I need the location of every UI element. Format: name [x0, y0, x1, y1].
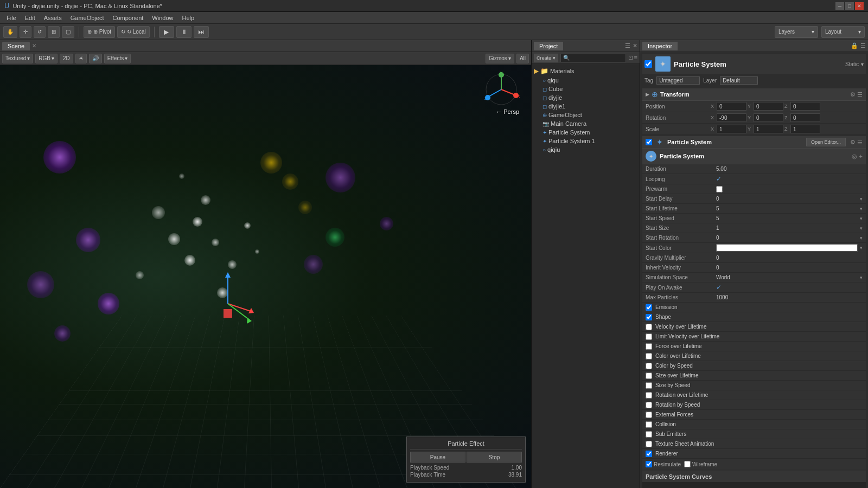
prewarm-check[interactable] [716, 186, 723, 192]
local-button[interactable]: ↻ ↻ Local [117, 26, 150, 38]
project-item-qiqiu[interactable]: ○ qiqiu [534, 145, 637, 154]
transform-header[interactable]: ▶ ⊕ Transform ⚙ ☰ [642, 88, 866, 101]
project-icon-btn[interactable]: ⊡ [628, 54, 633, 61]
scale-y-input[interactable] [754, 125, 783, 133]
play-button[interactable]: ▶ [159, 26, 174, 38]
project-search[interactable] [570, 55, 602, 61]
rot-y-input[interactable] [754, 113, 783, 122]
project-item-main-camera[interactable]: 📷 Main Camera [534, 119, 637, 128]
sub-emitters-label[interactable]: Sub Emitters [655, 431, 686, 437]
gravity-value[interactable]: 0 [716, 255, 863, 261]
start-speed-value[interactable]: 5 [716, 215, 858, 221]
wireframe-check[interactable] [684, 461, 691, 467]
pos-y-input[interactable] [754, 102, 783, 111]
external-forces-check[interactable] [646, 412, 652, 418]
size-speed-label[interactable]: Size by Speed [655, 382, 691, 388]
rotate-tool[interactable]: ↺ [34, 26, 46, 38]
inspector-tab[interactable]: Inspector [642, 42, 678, 50]
limit-velocity-check[interactable] [646, 333, 652, 340]
transform-settings[interactable]: ⚙ [850, 91, 856, 98]
inspector-lock[interactable]: 🔒 [851, 42, 858, 49]
start-lifetime-value[interactable]: 5 [716, 206, 858, 211]
pos-x-input[interactable] [717, 102, 746, 111]
twod-button[interactable]: 2D [60, 54, 73, 63]
velocity-check[interactable] [646, 324, 652, 330]
project-item-diyjie[interactable]: ◻ diyjie [534, 93, 637, 102]
project-folder-materials[interactable]: ▶ 📁 Materials [534, 66, 637, 76]
limit-velocity-label[interactable]: Limit Velocity over Lifetime [655, 333, 719, 339]
shape-label[interactable]: Shape [655, 314, 671, 320]
start-speed-arrow[interactable]: ▾ [860, 216, 863, 221]
menu-component[interactable]: Component [108, 14, 148, 22]
effects-dropdown[interactable]: Effects ▾ [104, 54, 131, 63]
project-panel-close[interactable]: ✕ [633, 42, 637, 49]
pause-button[interactable]: Pause [410, 452, 465, 463]
rotation-lifetime-label[interactable]: Rotation over Lifetime [655, 392, 708, 398]
pause-button[interactable]: ⏸ [176, 26, 192, 38]
start-lifetime-arrow[interactable]: ▾ [860, 206, 863, 211]
project-item-gameobject[interactable]: ⊕ GameObject [534, 111, 637, 119]
ps-menu[interactable]: ☰ [857, 139, 863, 146]
scale-x-input[interactable] [717, 125, 746, 133]
rot-z-input[interactable] [790, 113, 820, 122]
ps-collapse[interactable]: ◎ [852, 153, 857, 160]
gizmos-dropdown[interactable]: Gizmos ▾ [486, 54, 514, 63]
project-item-cube[interactable]: ◻ Cube [534, 85, 637, 93]
sound-toggle[interactable]: 🔊 [89, 54, 102, 63]
create-button[interactable]: Create ▾ [534, 54, 558, 62]
force-label[interactable]: Force over Lifetime [655, 343, 702, 349]
pivot-button[interactable]: ⊕ ⊕ Pivot [84, 26, 115, 38]
shape-check[interactable] [646, 314, 652, 320]
project-item-particle-system[interactable]: ✦ Particle System [534, 128, 637, 137]
texture-sheet-label[interactable]: Texture Sheet Animation [655, 441, 714, 447]
stop-button[interactable]: Stop [467, 452, 522, 463]
panel-close[interactable]: ✕ [32, 43, 36, 49]
project-icon-btn2[interactable]: ≡ [634, 54, 637, 61]
textured-dropdown[interactable]: Textured ▾ [2, 54, 33, 63]
project-item-diyjie1[interactable]: ◻ diyjie1 [534, 102, 637, 111]
ps-section-header[interactable]: ✦ Particle System Open Editor... ⚙ ☰ [642, 136, 866, 149]
start-size-arrow[interactable]: ▾ [860, 226, 863, 231]
inspector-menu[interactable]: ☰ [860, 42, 866, 49]
menu-assets[interactable]: Assets [40, 14, 66, 22]
size-lifetime-check[interactable] [646, 373, 652, 379]
maximize-button[interactable]: □ [845, 2, 854, 10]
ps-settings[interactable]: ⚙ [850, 139, 856, 146]
emission-check[interactable] [646, 304, 652, 311]
rotation-speed-label[interactable]: Rotation by Speed [655, 402, 700, 408]
inherit-velocity-value[interactable]: 0 [716, 265, 863, 271]
collision-label[interactable]: Collision [655, 421, 676, 427]
force-check[interactable] [646, 343, 652, 350]
texture-sheet-check[interactable] [646, 441, 652, 447]
rect-tool[interactable]: ▢ [62, 26, 74, 38]
start-rotation-arrow[interactable]: ▾ [860, 235, 863, 241]
layers-dropdown[interactable]: Layers ▾ [775, 26, 818, 38]
project-item-particle-system-1[interactable]: ✦ Particle System 1 [534, 137, 637, 145]
move-tool[interactable]: ✛ [20, 26, 31, 38]
velocity-label[interactable]: Velocity over Lifetime [655, 324, 707, 330]
resimulate-check[interactable] [646, 461, 652, 467]
pos-z-input[interactable] [790, 102, 820, 111]
close-button[interactable]: ✕ [855, 2, 864, 10]
start-color-value[interactable] [716, 244, 858, 252]
emission-label[interactable]: Emission [655, 304, 678, 310]
color-lifetime-label[interactable]: Color over Lifetime [655, 353, 701, 359]
duration-value[interactable]: 5.00 [716, 166, 863, 172]
menu-gameobject[interactable]: GameObject [66, 14, 108, 22]
layout-dropdown[interactable]: Layout ▾ [821, 26, 865, 38]
open-editor-button[interactable]: Open Editor... [806, 138, 846, 146]
rotation-lifetime-check[interactable] [646, 392, 652, 399]
transform-menu[interactable]: ☰ [857, 91, 863, 98]
external-forces-label[interactable]: External Forces [655, 412, 693, 418]
menu-help[interactable]: Help [177, 14, 199, 22]
scale-tool[interactable]: ⊞ [48, 26, 60, 38]
size-lifetime-label[interactable]: Size over Lifetime [655, 373, 698, 378]
color-speed-label[interactable]: Color by Speed [655, 363, 693, 369]
sim-space-arrow[interactable]: ▾ [860, 275, 863, 280]
rot-x-input[interactable] [717, 113, 746, 122]
color-lifetime-check[interactable] [646, 353, 652, 359]
hand-tool[interactable]: ✋ [3, 26, 17, 38]
simulation-space-value[interactable]: World [716, 274, 858, 280]
minimize-button[interactable]: ─ [835, 2, 844, 10]
menu-edit[interactable]: Edit [21, 14, 40, 22]
